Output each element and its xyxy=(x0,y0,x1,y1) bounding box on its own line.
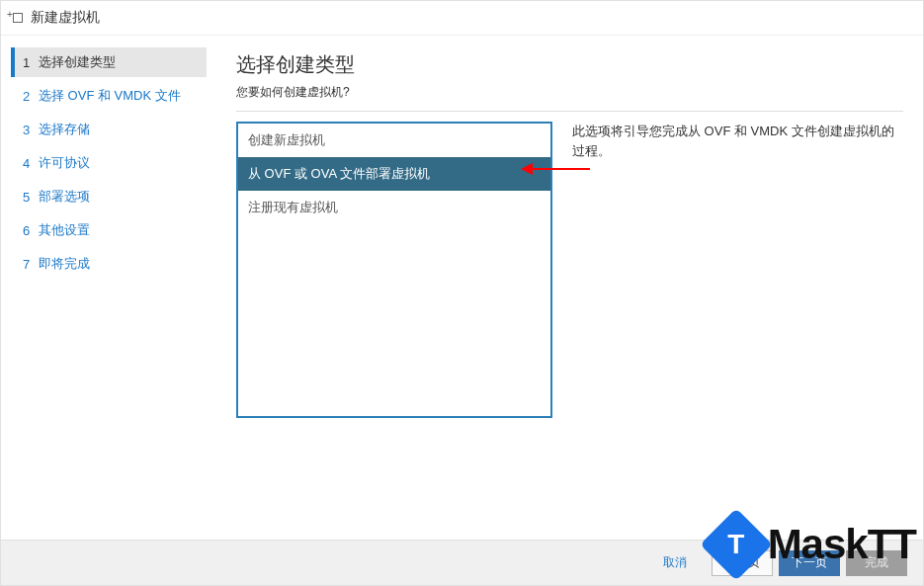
divider xyxy=(236,111,903,112)
wizard-steps-sidebar: 1 选择创建类型 2 选择 OVF 和 VMDK 文件 3 选择存储 4 许可协… xyxy=(1,36,216,540)
step-5[interactable]: 5 部署选项 xyxy=(11,182,207,211)
option-deploy-ovf[interactable]: 从 OVF 或 OVA 文件部署虚拟机 xyxy=(238,157,550,191)
option-create-new[interactable]: 创建新虚拟机 xyxy=(238,124,550,157)
description-column: 此选项将引导您完成从 OVF 和 VMDK 文件创建虚拟机的过程。 xyxy=(572,122,903,530)
step-1[interactable]: 1 选择创建类型 xyxy=(11,47,207,77)
step-7[interactable]: 7 即将完成 xyxy=(11,249,207,279)
step-label: 许可协议 xyxy=(39,154,90,172)
step-6[interactable]: 6 其他设置 xyxy=(11,215,207,245)
finish-button[interactable]: 完成 xyxy=(846,550,907,576)
step-label: 部署选项 xyxy=(39,188,90,206)
wizard-content: 选择创建类型 您要如何创建虚拟机? 创建新虚拟机 从 OVF 或 OVA 文件部… xyxy=(216,36,923,540)
step-label: 选择 OVF 和 VMDK 文件 xyxy=(39,87,181,105)
step-3[interactable]: 3 选择存储 xyxy=(11,115,207,144)
dialog-title: 新建虚拟机 xyxy=(31,9,100,27)
step-number: 5 xyxy=(23,190,39,205)
step-label: 其他设置 xyxy=(39,221,90,239)
cancel-button[interactable]: 取消 xyxy=(644,550,706,576)
dialog-title-bar: + 新建虚拟机 xyxy=(1,1,923,36)
dialog-footer: 取消 上一页 下一页 完成 xyxy=(1,540,923,585)
option-description: 此选项将引导您完成从 OVF 和 VMDK 文件创建虚拟机的过程。 xyxy=(572,122,903,160)
page-title: 选择创建类型 xyxy=(236,51,903,78)
step-number: 2 xyxy=(23,89,39,104)
next-button[interactable]: 下一页 xyxy=(779,550,840,576)
step-number: 1 xyxy=(23,55,39,70)
step-number: 7 xyxy=(23,257,39,272)
back-button[interactable]: 上一页 xyxy=(712,550,773,576)
step-2[interactable]: 2 选择 OVF 和 VMDK 文件 xyxy=(11,81,207,111)
step-label: 选择存储 xyxy=(39,121,90,138)
step-number: 6 xyxy=(23,223,39,238)
option-register-existing[interactable]: 注册现有虚拟机 xyxy=(238,191,550,224)
dialog-body: 1 选择创建类型 2 选择 OVF 和 VMDK 文件 3 选择存储 4 许可协… xyxy=(1,36,923,540)
creation-type-listbox: 创建新虚拟机 从 OVF 或 OVA 文件部署虚拟机 注册现有虚拟机 xyxy=(236,122,552,418)
step-label: 即将完成 xyxy=(39,255,90,273)
step-number: 3 xyxy=(23,123,39,137)
step-label: 选择创建类型 xyxy=(39,53,116,71)
content-main-row: 创建新虚拟机 从 OVF 或 OVA 文件部署虚拟机 注册现有虚拟机 此选项将引… xyxy=(236,122,903,530)
new-vm-icon: + xyxy=(11,11,25,25)
step-number: 4 xyxy=(23,156,39,171)
page-subtitle: 您要如何创建虚拟机? xyxy=(236,84,903,101)
step-4[interactable]: 4 许可协议 xyxy=(11,148,207,178)
new-vm-dialog: + 新建虚拟机 1 选择创建类型 2 选择 OVF 和 VMDK 文件 3 选择… xyxy=(0,0,924,586)
